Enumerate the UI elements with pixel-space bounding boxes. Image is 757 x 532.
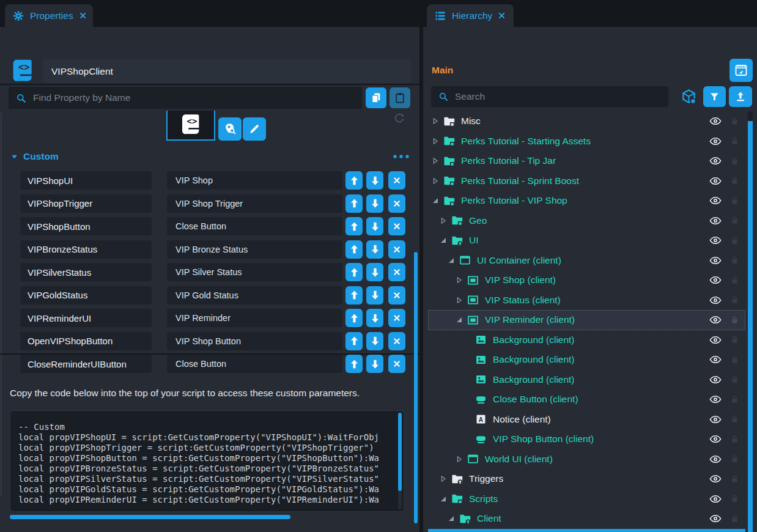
eye-icon[interactable] bbox=[709, 334, 722, 345]
tree-item[interactable]: VIP Reminder (client) bbox=[428, 310, 745, 330]
property-value-field[interactable]: Close Button bbox=[167, 217, 342, 235]
property-name-field[interactable]: VIPShopUI bbox=[20, 171, 152, 190]
delete-property-button[interactable] bbox=[388, 240, 405, 259]
expand-arrow-icon[interactable] bbox=[430, 156, 440, 166]
property-value-field[interactable]: VIP Reminder bbox=[167, 309, 342, 327]
property-name-field[interactable]: OpenVIPShopButton bbox=[20, 332, 152, 350]
move-property-down-button[interactable] bbox=[366, 332, 383, 350]
move-property-up-button[interactable] bbox=[345, 332, 363, 350]
scene-settings-button[interactable] bbox=[729, 59, 753, 82]
move-property-down-button[interactable] bbox=[366, 194, 383, 213]
lock-icon[interactable] bbox=[730, 374, 739, 385]
expand-arrow-icon[interactable] bbox=[454, 454, 464, 464]
move-property-down-button[interactable] bbox=[366, 217, 383, 235]
property-name-field[interactable]: VIPShopTrigger bbox=[20, 194, 152, 213]
eye-icon[interactable] bbox=[709, 155, 722, 166]
close-tab-icon[interactable] bbox=[498, 12, 506, 20]
delete-property-button[interactable] bbox=[388, 332, 405, 350]
tree-item[interactable]: Close Button (client) bbox=[428, 390, 745, 410]
move-property-down-button[interactable] bbox=[366, 240, 383, 259]
lock-icon[interactable] bbox=[730, 434, 739, 445]
section-menu-icon[interactable] bbox=[393, 154, 410, 159]
property-value-field[interactable]: VIP Shop bbox=[167, 171, 342, 190]
lock-icon[interactable] bbox=[730, 474, 739, 484]
expand-arrow-icon[interactable] bbox=[438, 474, 448, 484]
filter-button[interactable] bbox=[703, 86, 726, 107]
move-property-up-button[interactable] bbox=[345, 355, 363, 373]
tree-item[interactable]: Scripts bbox=[428, 489, 745, 509]
expand-arrow-icon[interactable] bbox=[446, 256, 456, 265]
lock-icon[interactable] bbox=[730, 514, 739, 524]
move-property-down-button[interactable] bbox=[366, 309, 383, 327]
eye-icon[interactable] bbox=[709, 175, 722, 187]
tree-item[interactable]: UI Container (client) bbox=[428, 251, 745, 271]
close-tab-icon[interactable] bbox=[79, 12, 87, 20]
tree-item[interactable]: Background (client) bbox=[428, 350, 745, 370]
eye-icon[interactable] bbox=[709, 473, 722, 484]
eye-icon[interactable] bbox=[709, 215, 722, 226]
lock-icon[interactable] bbox=[730, 175, 739, 186]
hierarchy-search-input[interactable]: Search bbox=[431, 86, 668, 107]
lock-icon[interactable] bbox=[730, 355, 739, 365]
delete-property-button[interactable] bbox=[388, 194, 405, 213]
eye-icon[interactable] bbox=[709, 374, 722, 385]
tree-item[interactable]: Geo bbox=[428, 211, 745, 231]
expand-arrow-icon[interactable] bbox=[454, 275, 464, 285]
find-in-hierarchy-button[interactable] bbox=[218, 117, 242, 141]
eye-icon[interactable] bbox=[709, 275, 722, 286]
tree-item[interactable]: Triggers bbox=[428, 469, 745, 489]
eye-icon[interactable] bbox=[709, 235, 722, 246]
lock-icon[interactable] bbox=[730, 295, 739, 305]
lock-icon[interactable] bbox=[730, 454, 739, 464]
delete-property-button[interactable] bbox=[388, 217, 405, 235]
eye-icon[interactable] bbox=[709, 116, 722, 127]
copy-properties-button[interactable] bbox=[366, 87, 386, 108]
cube-icon[interactable] bbox=[680, 88, 698, 106]
property-name-field[interactable]: VIPSilverStatus bbox=[20, 263, 152, 281]
tree-item[interactable]: VIP Shop (client) bbox=[428, 270, 745, 290]
move-property-down-button[interactable] bbox=[366, 355, 383, 373]
expand-arrow-icon[interactable] bbox=[438, 494, 448, 504]
lock-icon[interactable] bbox=[730, 334, 739, 345]
delete-property-button[interactable] bbox=[388, 263, 405, 281]
expand-arrow-icon[interactable] bbox=[454, 295, 464, 305]
tree-item[interactable]: Perks Tutorial - VIP Shop bbox=[428, 191, 745, 211]
eye-icon[interactable] bbox=[709, 454, 722, 465]
expand-arrow-icon[interactable] bbox=[430, 116, 440, 126]
tree-item[interactable]: VIP Status (client) bbox=[428, 290, 745, 311]
expand-arrow-icon[interactable] bbox=[430, 136, 440, 146]
property-value-field[interactable]: VIP Silver Status bbox=[167, 263, 342, 281]
tree-item[interactable]: Client bbox=[428, 509, 745, 529]
eye-icon[interactable] bbox=[709, 493, 722, 504]
expand-arrow-icon[interactable] bbox=[454, 315, 464, 325]
property-value-field[interactable]: VIP Shop Button bbox=[167, 332, 342, 350]
move-property-up-button[interactable] bbox=[345, 171, 363, 190]
eye-icon[interactable] bbox=[709, 394, 722, 405]
reset-icon[interactable] bbox=[393, 112, 406, 125]
move-property-up-button[interactable] bbox=[345, 240, 363, 259]
object-name-field[interactable]: VIPShopClient bbox=[43, 59, 411, 83]
eye-icon[interactable] bbox=[709, 314, 722, 325]
edit-script-button[interactable] bbox=[243, 117, 266, 141]
eye-icon[interactable] bbox=[709, 513, 722, 524]
delete-property-button[interactable] bbox=[388, 171, 405, 190]
expand-arrow-icon[interactable] bbox=[430, 196, 440, 205]
lock-icon[interactable] bbox=[730, 493, 739, 504]
find-property-input[interactable]: Find Property by Name bbox=[9, 87, 362, 109]
tree-item[interactable]: <>VIPShopClient (client) bbox=[428, 529, 745, 532]
lock-icon[interactable] bbox=[730, 215, 739, 226]
eye-icon[interactable] bbox=[709, 195, 722, 206]
tab-properties[interactable]: Properties bbox=[5, 4, 93, 27]
custom-section-header[interactable]: Custom bbox=[10, 149, 410, 164]
delete-property-button[interactable] bbox=[388, 309, 405, 327]
expand-arrow-icon[interactable] bbox=[438, 216, 448, 226]
move-property-down-button[interactable] bbox=[366, 171, 383, 190]
delete-property-button[interactable] bbox=[388, 355, 405, 373]
property-name-field[interactable]: VIPGoldStatus bbox=[20, 286, 152, 305]
properties-scrollbar[interactable] bbox=[414, 252, 418, 523]
lock-icon[interactable] bbox=[730, 275, 739, 286]
move-property-down-button[interactable] bbox=[366, 263, 383, 281]
move-property-up-button[interactable] bbox=[345, 217, 363, 235]
expand-arrow-icon[interactable] bbox=[438, 235, 448, 245]
move-property-up-button[interactable] bbox=[345, 286, 363, 305]
